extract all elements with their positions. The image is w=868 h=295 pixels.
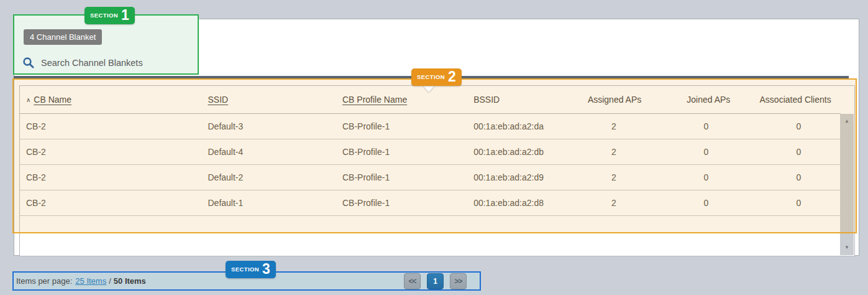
cell: 0 <box>680 114 753 139</box>
cell: 0 <box>754 190 841 216</box>
cell: CB-Profile-1 <box>336 190 467 216</box>
scroll-down-icon[interactable]: ▼ <box>840 243 854 253</box>
cell: CB-2 <box>20 165 201 190</box>
table-row[interactable]: CB-2Default-1CB-Profile-100:1a:eb:ad:a2:… <box>20 190 841 216</box>
cell-value: 2 <box>588 172 640 182</box>
cell: CB-Profile-1 <box>336 114 467 139</box>
channel-blanket-table: ∧CB NameSSIDCB Profile NameBSSIDAssigned… <box>19 85 855 256</box>
cell: Default-3 <box>201 114 336 139</box>
search-field[interactable] <box>22 57 179 68</box>
cell: Default-2 <box>201 165 336 190</box>
cell: 2 <box>582 139 680 165</box>
column-header-3: BSSID <box>467 86 582 114</box>
column-header-6: Associated Clients <box>754 86 841 114</box>
column-header-label: BSSID <box>473 95 500 105</box>
cell: 00:1a:eb:ad:a2:d8 <box>467 190 582 216</box>
cell: 0 <box>754 139 841 165</box>
cell-value: 2 <box>588 147 640 157</box>
cell-value: 0 <box>687 121 725 131</box>
table-header-row: ∧CB NameSSIDCB Profile NameBSSIDAssigned… <box>20 86 841 114</box>
cell: CB-2 <box>20 139 201 165</box>
page-size-link[interactable]: 25 Items <box>75 276 106 286</box>
cell-value: 0 <box>760 198 838 208</box>
column-header-label: Assigned APs <box>588 95 641 105</box>
cell-value: 2 <box>588 121 640 131</box>
cell: CB-Profile-1 <box>336 139 467 165</box>
cell: Default-4 <box>201 139 336 165</box>
cell: 2 <box>582 165 680 190</box>
cell: CB-Profile-1 <box>336 165 467 190</box>
column-header-label: CB Name <box>34 95 71 105</box>
column-header-label: Associated Clients <box>760 95 831 105</box>
vertical-scrollbar[interactable]: ▲ ▼ <box>840 114 854 255</box>
cell-value: 0 <box>760 172 838 182</box>
column-header-label: SSID <box>208 95 228 105</box>
scroll-up-icon[interactable]: ▲ <box>840 116 854 126</box>
cell: CB-2 <box>20 190 201 216</box>
channel-blanket-toolbar: 4 Channel Blanket <box>13 14 199 75</box>
cell: 0 <box>680 165 753 190</box>
cell-value: 2 <box>588 198 640 208</box>
table-row[interactable]: CB-2Default-4CB-Profile-100:1a:eb:ad:a2:… <box>20 139 841 165</box>
cell: 0 <box>754 165 841 190</box>
cell: 0 <box>680 190 753 216</box>
channel-blanket-count-chip: 4 Channel Blanket <box>24 29 102 45</box>
items-per-page-label: Items per page: <box>16 276 72 286</box>
cell-value: 0 <box>687 172 725 182</box>
cell: 2 <box>582 114 680 139</box>
cell-value: 0 <box>760 147 838 157</box>
pagination-separator: / <box>109 276 111 286</box>
prev-page-button[interactable]: << <box>404 273 421 289</box>
column-header-label: CB Profile Name <box>342 95 407 105</box>
cell: 00:1a:eb:ad:a2:da <box>467 114 582 139</box>
cell-value: 0 <box>687 198 725 208</box>
current-page-button[interactable]: 1 <box>427 273 444 289</box>
cell: 0 <box>754 114 841 139</box>
search-input[interactable] <box>40 57 179 68</box>
cell: 00:1a:eb:ad:a2:d9 <box>467 165 582 190</box>
next-page-button[interactable]: >> <box>450 273 467 289</box>
cell: Default-1 <box>201 190 336 216</box>
cell: 00:1a:eb:ad:a2:db <box>467 139 582 165</box>
column-header-2[interactable]: CB Profile Name <box>336 86 467 114</box>
column-header-4: Assigned APs <box>582 86 680 114</box>
table-row[interactable]: CB-2Default-2CB-Profile-100:1a:eb:ad:a2:… <box>20 165 841 190</box>
pager: << 1 >> <box>404 273 467 289</box>
cell-value: 0 <box>760 121 838 131</box>
total-items-label: 50 Items <box>114 276 146 286</box>
cell: CB-2 <box>20 114 201 139</box>
sort-ascending-icon: ∧ <box>26 96 30 103</box>
column-header-5: Joined APs <box>680 86 753 114</box>
search-icon <box>22 57 34 68</box>
table-body: CB-2Default-3CB-Profile-100:1a:eb:ad:a2:… <box>20 114 841 216</box>
cell: 2 <box>582 190 680 216</box>
column-header-1[interactable]: SSID <box>201 86 336 114</box>
pagination-bar: Items per page: 25 Items / 50 Items << 1… <box>12 271 481 291</box>
column-header-0[interactable]: ∧CB Name <box>20 86 201 114</box>
table-row[interactable]: CB-2Default-3CB-Profile-100:1a:eb:ad:a2:… <box>20 114 841 139</box>
panel-divider <box>14 76 849 78</box>
column-header-label: Joined APs <box>687 95 730 105</box>
cell-value: 0 <box>687 147 725 157</box>
cell: 0 <box>680 139 753 165</box>
